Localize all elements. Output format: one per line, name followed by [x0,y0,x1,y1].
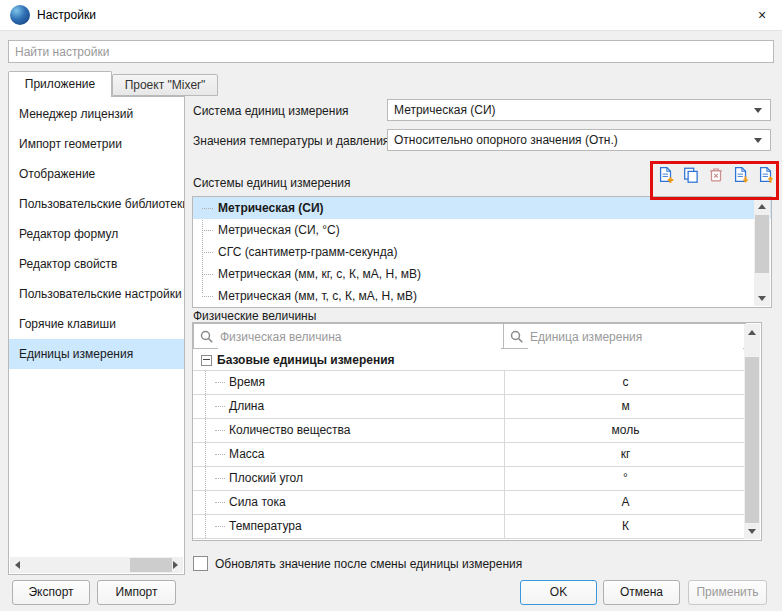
quantity-unit: ° [504,467,746,490]
unit-system-dropdown[interactable]: Метрическая (СИ) [387,99,771,121]
quantity-name: Количество вещества [229,419,351,442]
table-row[interactable]: Сила тока А [193,491,746,515]
settings-search-input[interactable] [8,40,774,63]
sidebar-horizontal-scrollbar[interactable] [10,557,183,573]
sidebar-item-formula-editor[interactable]: Редактор формул [9,219,184,249]
quantity-unit: м [504,395,746,418]
unit-system-label: Система единиц измерения [193,104,349,118]
quantity-name: Время [229,371,265,394]
quantity-name: Сила тока [229,491,286,514]
delete-icon[interactable] [707,166,725,184]
cancel-button[interactable]: Отмена [603,580,680,605]
quantities-vertical-scrollbar[interactable] [744,324,760,539]
quantities-rows: Время с Длина м Количество вещества моль… [193,371,746,539]
quantity-unit: А [504,491,746,514]
tab-project-mixer[interactable]: Проект "Mixer" [112,74,218,96]
quantity-unit: К [504,515,746,538]
checkbox-label: Обновлять значение после смены единицы и… [215,557,522,571]
temp-pressure-value: Относительно опорного значения (Отн.) [394,133,618,147]
sidebar-item-display[interactable]: Отображение [9,159,184,189]
sidebar-item-license-manager[interactable]: Менеджер лицензий [9,99,184,129]
systems-toolbar [657,166,775,184]
systems-vertical-scrollbar[interactable] [754,198,770,306]
import-button[interactable]: Импорт [97,580,176,605]
quantity-name: Масса [229,443,264,466]
quantity-unit: моль [504,419,746,442]
window-title: Настройки [37,0,96,30]
base-units-group-row[interactable]: Базовые единицы измерения [193,349,746,371]
scroll-down-icon[interactable] [754,290,770,306]
scroll-up-icon[interactable] [754,198,770,214]
unit-search-field [503,323,746,349]
ok-button[interactable]: OK [520,580,597,605]
scrollbar-thumb[interactable] [130,558,172,572]
search-icon [199,329,215,345]
quantity-search-input[interactable] [218,325,501,349]
temp-pressure-dropdown[interactable]: Относительно опорного значения (Отн.) [387,129,771,151]
temp-pressure-label: Значения температуры и давления [193,134,389,148]
export-button[interactable]: Экспорт [12,580,90,605]
table-row[interactable]: Плоский угол ° [193,467,746,491]
group-label: Базовые единицы измерения [217,349,395,371]
unit-system-row[interactable]: Метрическая (СИ) [193,197,771,219]
table-row[interactable]: Масса кг [193,443,746,467]
close-icon[interactable]: × [751,5,773,25]
copy-icon[interactable] [682,166,700,184]
settings-category-list: Менеджер лицензий Импорт геометрии Отобр… [8,96,185,575]
unit-system-row[interactable]: Метрическая (СИ, °C) [193,219,771,241]
quantity-search-field [193,323,504,349]
scroll-down-icon[interactable] [744,523,760,539]
sidebar-item-hotkeys[interactable]: Горячие клавиши [9,309,184,339]
title-bar: Настройки × [0,0,782,31]
table-row[interactable]: Время с [193,371,746,395]
unit-systems-list: Метрическая (СИ) Метрическая (СИ, °C) СГ… [192,196,772,308]
unit-system-row[interactable]: Метрическая (мм, т, с, К, мА, Н, мВ) [193,285,771,307]
unit-search-input[interactable] [528,325,743,349]
sidebar-item-geometry-import[interactable]: Импорт геометрии [9,129,184,159]
quantity-name: Температура [229,515,302,538]
search-icon [509,329,525,345]
quantity-unit: с [504,371,746,394]
scroll-left-icon[interactable] [10,557,26,573]
app-logo-icon [10,5,30,25]
export-document-icon[interactable] [757,166,775,184]
sidebar-item-user-libraries[interactable]: Пользовательские библиотеки [9,189,184,219]
settings-dialog: Настройки × Приложение Проект "Mixer" Ме… [0,0,782,611]
import-document-icon[interactable] [732,166,750,184]
table-row[interactable]: Длина м [193,395,746,419]
apply-button: Применить [688,580,767,605]
checkbox-unchecked[interactable] [193,556,208,571]
unit-system-row[interactable]: Метрическая (мм, кг, с, К, мА, Н, мВ) [193,263,771,285]
sidebar-item-property-editor[interactable]: Редактор свойств [9,249,184,279]
scroll-up-icon[interactable] [744,324,760,340]
quantity-name: Длина [229,395,264,418]
systems-section-label: Системы единиц измерения [193,176,351,190]
quantities-section-label: Физические величины [193,309,316,323]
quantity-name: Плоский угол [229,467,303,490]
sidebar-item-units[interactable]: Единицы измерения [9,339,184,369]
tab-application[interactable]: Приложение [8,71,112,97]
chevron-down-icon [754,138,762,143]
scrollbar-thumb[interactable] [745,357,759,523]
add-document-icon[interactable] [657,166,675,184]
table-row[interactable]: Температура К [193,515,746,539]
unit-system-row[interactable]: СГС (сантиметр-грамм-секунда) [193,241,771,263]
scrollbar-thumb[interactable] [755,215,769,273]
unit-system-value: Метрическая (СИ) [394,103,496,117]
collapse-icon[interactable] [201,355,212,366]
quantity-unit: кг [504,443,746,466]
scroll-right-icon[interactable] [167,557,183,573]
sidebar-item-user-settings[interactable]: Пользовательские настройки и [9,279,184,309]
physical-quantities-table: Базовые единицы измерения Время с Длина … [192,322,762,541]
table-row[interactable]: Количество вещества моль [193,419,746,443]
chevron-down-icon [754,108,762,113]
